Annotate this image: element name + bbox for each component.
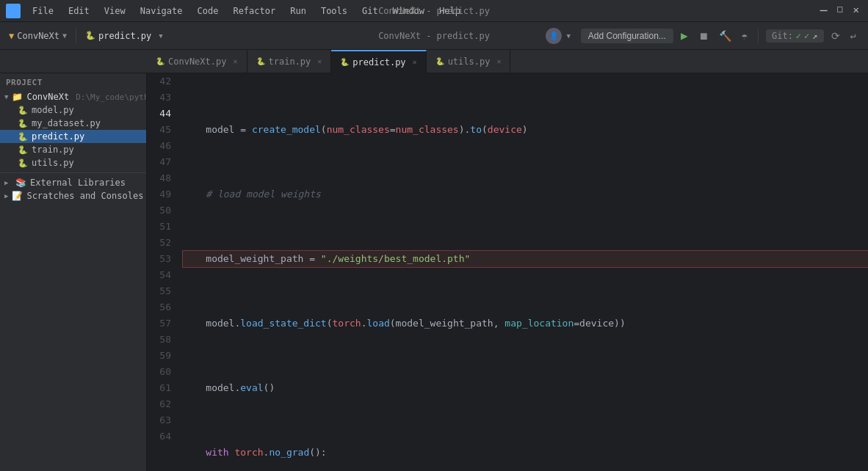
sidebar-item-utils[interactable]: 🐍 utils.py	[0, 156, 146, 169]
linenum-63: 63	[153, 412, 171, 428]
tab-close-train[interactable]: ✕	[317, 57, 322, 65]
sidebar: Project ▼ 📁 ConvNeXt D:\My_code\python 🐍…	[0, 73, 147, 471]
coverage-button[interactable]: ☂	[739, 29, 751, 43]
item-label-model: model.py	[32, 105, 74, 115]
account-dropdown[interactable]: ▼	[566, 32, 570, 40]
linenum-64: 64	[153, 428, 171, 445]
folder-icon-scratch: 📝	[12, 191, 23, 201]
linenum-58: 58	[153, 332, 171, 348]
linenum-50: 50	[153, 202, 171, 219]
code-lines[interactable]: model = create_model(num_classes=num_cla…	[180, 73, 868, 471]
main-content: Project ▼ 📁 ConvNeXt D:\My_code\python 🐍…	[0, 73, 868, 471]
tabs-bar: 🐍 ConvNeXt.py ✕ 🐍 train.py ✕ 🐍 predict.p…	[0, 50, 868, 73]
menu-edit[interactable]: Edit	[62, 4, 95, 18]
sidebar-item-mydataset[interactable]: 🐍 my_dataset.py	[0, 117, 146, 130]
project-name: ConvNeXt	[17, 31, 59, 41]
linenum-51: 51	[153, 219, 171, 235]
git-label: Git:	[772, 31, 793, 41]
tab-label-utils: utils.py	[448, 56, 491, 67]
tab-predict[interactable]: 🐍 predict.py ✕	[331, 50, 426, 73]
toolbar: ▼ ConvNeXt ▼ 🐍 predict.py ▼ ConvNeXt - p…	[0, 22, 868, 50]
project-dropdown: ▼	[62, 32, 67, 40]
maximize-button[interactable]: □	[834, 2, 845, 19]
py-icon-utils: 🐍	[18, 158, 28, 168]
py-icon-model: 🐍	[18, 106, 28, 115]
menu-file[interactable]: File	[26, 4, 59, 18]
linenum-42: 42	[153, 73, 171, 90]
git-push-icon: ↗	[812, 31, 817, 41]
linenum-45: 45	[153, 122, 171, 138]
menu-tools[interactable]: Tools	[315, 4, 353, 18]
folder-icon-ext: 📚	[15, 178, 26, 188]
menu-code[interactable]: Code	[192, 4, 225, 18]
item-label-predict: predict.py	[32, 131, 84, 142]
tab-icon-convnext: 🐍	[156, 57, 164, 65]
build-button[interactable]: 🔨	[716, 29, 734, 43]
tab-icon-train: 🐍	[256, 57, 265, 65]
code-line-43: # load model weights	[183, 186, 868, 202]
sidebar-header: Project	[0, 73, 146, 90]
sidebar-item-scratches[interactable]: ▶ 📝 Scratches and Consoles	[0, 189, 146, 202]
linenum-56: 56	[153, 299, 171, 315]
app-logo	[6, 4, 21, 18]
sidebar-item-train[interactable]: 🐍 train.py	[0, 143, 146, 156]
minimize-button[interactable]: ─	[817, 2, 831, 19]
expand-arrow-scratch: ▶	[4, 192, 8, 200]
code-line-46: model.eval()	[183, 380, 868, 396]
sidebar-item-predict[interactable]: 🐍 predict.py	[0, 130, 146, 143]
linenum-59: 59	[153, 348, 171, 364]
sidebar-item-external-libraries[interactable]: ▶ 📚 External Libraries	[0, 176, 146, 189]
item-label-mydataset: my_dataset.py	[32, 118, 101, 128]
py-icon-mydataset: 🐍	[18, 119, 28, 128]
history-button[interactable]: ⟳	[828, 29, 843, 43]
tab-convnext[interactable]: 🐍 ConvNeXt.py ✕	[147, 50, 247, 73]
sidebar-root[interactable]: ▼ 📁 ConvNeXt D:\My_code\python	[0, 90, 146, 103]
linenum-60: 60	[153, 364, 171, 380]
menu-refactor[interactable]: Refactor	[227, 4, 281, 18]
code-line-45: model.load_state_dict(torch.load(model_w…	[183, 315, 868, 332]
tab-icon-utils: 🐍	[435, 57, 444, 65]
py-icon-train: 🐍	[18, 145, 28, 155]
linenum-54: 54	[153, 267, 171, 283]
code-line-44: model_weight_path = "./weights/best_mode…	[183, 251, 868, 267]
sidebar-item-model[interactable]: 🐍 model.py	[0, 103, 146, 117]
tab-utils[interactable]: 🐍 utils.py ✕	[427, 50, 511, 73]
toolbar-right: 👤 ▼ Add Configuration... ▶ ⏹ 🔨 ☂ Git: ✓ …	[546, 27, 859, 44]
profile-icon[interactable]: 👤	[546, 28, 562, 44]
run-button[interactable]: ▶	[678, 27, 691, 44]
menu-run[interactable]: Run	[284, 4, 312, 18]
item-label-external: External Libraries	[30, 178, 126, 188]
linenum-55: 55	[153, 283, 171, 299]
window-title-center: ConvNeXt - predict.py	[378, 31, 490, 41]
menu-navigate[interactable]: Navigate	[134, 4, 189, 18]
linenum-48: 48	[153, 170, 171, 186]
root-label: ConvNeXt	[26, 92, 69, 102]
file-tab-indicator: 🐍 predict.py	[85, 31, 151, 41]
linenum-49: 49	[153, 186, 171, 202]
tab-train[interactable]: 🐍 train.py ✕	[247, 50, 332, 73]
editor-area[interactable]: 42 43 44 45 46 47 48 49 50 51 52 53 54 5…	[147, 73, 868, 471]
tab-close-convnext[interactable]: ✕	[233, 57, 237, 65]
add-configuration-button[interactable]: Add Configuration...	[581, 29, 673, 43]
stop-button[interactable]: ⏹	[695, 29, 712, 43]
py-icon-predict: 🐍	[18, 132, 28, 142]
item-label-train: train.py	[32, 145, 74, 155]
git-check-icon-2: ✓	[804, 31, 809, 41]
revert-button[interactable]: ↩	[847, 29, 859, 43]
code-container: 42 43 44 45 46 47 48 49 50 51 52 53 54 5…	[147, 73, 868, 471]
close-button[interactable]: ✕	[850, 2, 862, 19]
tab-label-predict: predict.py	[352, 57, 405, 67]
line-numbers: 42 43 44 45 46 47 48 49 50 51 52 53 54 5…	[147, 73, 180, 471]
git-status: Git: ✓ ✓ ↗	[766, 29, 824, 43]
tab-close-utils[interactable]: ✕	[496, 57, 501, 65]
linenum-44: 44	[153, 106, 171, 122]
code-line-47: with torch.no_grad():	[183, 445, 868, 461]
tab-icon-predict: 🐍	[340, 58, 349, 66]
menu-view[interactable]: View	[98, 4, 131, 18]
tab-close-predict[interactable]: ✕	[413, 58, 417, 66]
linenum-53: 53	[153, 251, 171, 267]
linenum-61: 61	[153, 380, 171, 396]
expand-arrow-ext: ▶	[4, 179, 12, 186]
linenum-62: 62	[153, 396, 171, 412]
linenum-57: 57	[153, 315, 171, 332]
